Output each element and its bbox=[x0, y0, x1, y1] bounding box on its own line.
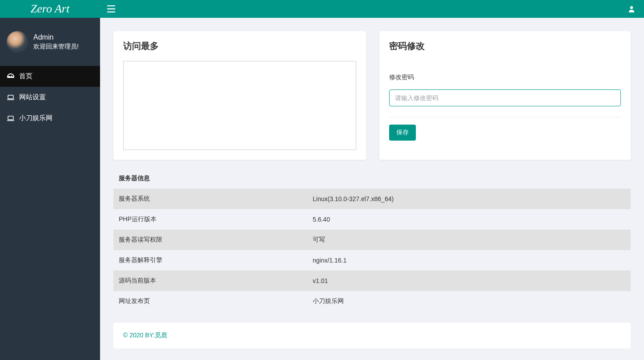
info-key: 服务器系统 bbox=[113, 189, 307, 209]
footer: © 2020 BY:觅鹿 bbox=[113, 323, 631, 348]
panel-password-title: 密码修改 bbox=[379, 31, 631, 57]
topbar: Zero Art bbox=[0, 0, 644, 18]
nav-label: 首页 bbox=[19, 72, 32, 81]
nav-item-settings[interactable]: 网站设置 bbox=[0, 87, 100, 108]
info-value: nginx/1.16.1 bbox=[307, 250, 631, 271]
table-row: 服务器解释引擎nginx/1.16.1 bbox=[113, 250, 631, 271]
server-info-title: 服务器信息 bbox=[113, 171, 631, 186]
info-key: 服务器解释引擎 bbox=[113, 250, 307, 271]
svg-rect-2 bbox=[8, 116, 13, 120]
user-icon bbox=[628, 5, 635, 12]
table-row: PHP运行版本5.6.40 bbox=[113, 209, 631, 230]
svg-rect-1 bbox=[8, 95, 13, 99]
svg-point-0 bbox=[630, 6, 633, 9]
nav-item-home[interactable]: 首页 bbox=[0, 66, 100, 87]
info-value: 5.6.40 bbox=[307, 209, 631, 230]
table-row: 服务器系统Linux(3.10.0-327.el7.x86_64) bbox=[113, 189, 631, 209]
nav-label: 网站设置 bbox=[19, 93, 46, 101]
panel-password: 密码修改 修改密码 保存 bbox=[379, 31, 631, 160]
server-info-section: 服务器信息 服务器系统Linux(3.10.0-327.el7.x86_64)P… bbox=[113, 171, 631, 311]
main-content: 访问最多 密码修改 修改密码 保存 服务器信息 服务器系统Linux(3.10.… bbox=[100, 18, 644, 360]
profile-text: Admin 欢迎回来管理员! bbox=[33, 32, 79, 51]
info-value: Linux(3.10.0-327.el7.x86_64) bbox=[307, 189, 631, 209]
table-row: 网址发布页小刀娱乐网 bbox=[113, 291, 631, 311]
password-label: 修改密码 bbox=[389, 73, 621, 81]
info-value[interactable]: 小刀娱乐网 bbox=[307, 291, 631, 311]
profile-block: Admin 欢迎回来管理员! bbox=[0, 18, 100, 66]
password-input[interactable] bbox=[389, 89, 621, 106]
sidebar: Admin 欢迎回来管理员! 首页 网站设置 小刀娱乐网 bbox=[0, 18, 100, 360]
save-button[interactable]: 保存 bbox=[389, 125, 416, 141]
brand-logo: Zero Art bbox=[0, 0, 100, 18]
profile-welcome: 欢迎回来管理员! bbox=[33, 42, 79, 51]
user-menu[interactable] bbox=[628, 5, 644, 12]
info-key: 网址发布页 bbox=[113, 291, 307, 311]
info-value: 可写 bbox=[307, 230, 631, 250]
info-key: 服务器读写权限 bbox=[113, 230, 307, 250]
profile-name: Admin bbox=[33, 32, 79, 42]
toggle-area bbox=[100, 5, 628, 12]
menu-toggle-icon[interactable] bbox=[107, 5, 115, 12]
panel-visits-title: 访问最多 bbox=[113, 31, 366, 57]
info-key: 源码当前版本 bbox=[113, 271, 307, 291]
top-row: 访问最多 密码修改 修改密码 保存 bbox=[113, 31, 631, 160]
panel-visits: 访问最多 bbox=[113, 31, 366, 160]
laptop-icon bbox=[7, 95, 15, 100]
nav-label: 小刀娱乐网 bbox=[19, 114, 52, 122]
dashboard-icon bbox=[7, 73, 15, 80]
laptop-icon bbox=[7, 116, 15, 121]
table-row: 服务器读写权限可写 bbox=[113, 230, 631, 250]
avatar bbox=[7, 31, 28, 53]
table-row: 源码当前版本v1.01 bbox=[113, 271, 631, 291]
divider bbox=[389, 117, 621, 117]
info-key: PHP运行版本 bbox=[113, 209, 307, 230]
server-info-table: 服务器系统Linux(3.10.0-327.el7.x86_64)PHP运行版本… bbox=[113, 189, 631, 311]
chart-placeholder bbox=[123, 61, 356, 150]
info-value: v1.01 bbox=[307, 271, 631, 291]
nav-item-entertainment[interactable]: 小刀娱乐网 bbox=[0, 108, 100, 129]
